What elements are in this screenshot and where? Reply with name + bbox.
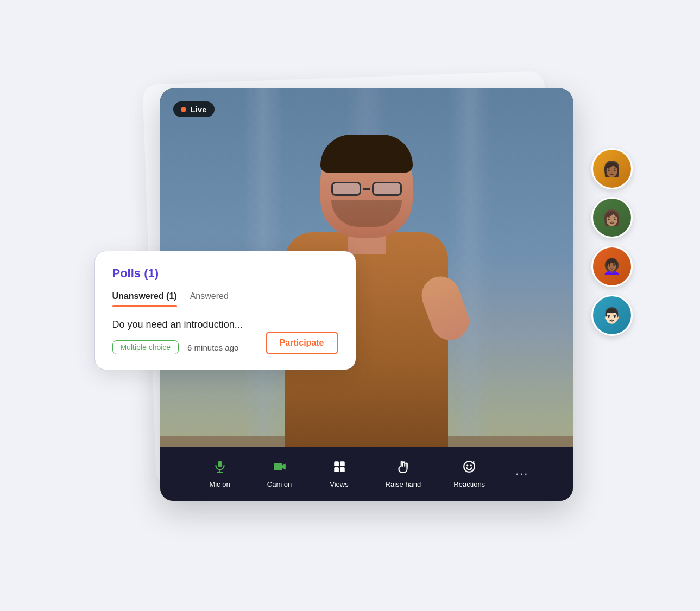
glasses-left [331, 182, 361, 196]
glasses-right [372, 182, 402, 196]
avatar-3[interactable]: 👩🏾‍🦱 [591, 246, 633, 287]
avatar-2[interactable]: 👩🏽 [591, 197, 633, 238]
toolbar-views-button[interactable]: Views [315, 455, 364, 493]
polls-title: Polls (1) [112, 266, 338, 281]
outer-container: Live Mic on [106, 61, 595, 550]
avatar-1[interactable]: 👩🏾 [591, 148, 633, 189]
views-icon [332, 460, 346, 477]
participate-button[interactable]: Participate [266, 332, 338, 354]
mic-icon [213, 460, 227, 477]
svg-rect-4 [334, 461, 339, 466]
raise-hand-label: Raise hand [386, 480, 421, 488]
person-hair [320, 135, 413, 173]
svg-rect-6 [334, 467, 339, 472]
svg-rect-3 [274, 463, 282, 470]
live-label: Live [191, 105, 207, 114]
toolbar-cam-button[interactable]: Cam on [255, 455, 304, 493]
toolbar-mic-button[interactable]: Mic on [196, 455, 244, 493]
glasses-bridge [363, 188, 370, 190]
toolbar-more-button[interactable]: ··· [507, 462, 537, 485]
svg-rect-0 [218, 461, 222, 467]
svg-point-8 [464, 461, 475, 472]
live-dot [181, 107, 186, 112]
reactions-label: Reactions [453, 480, 485, 488]
avatar-4[interactable]: 👨🏻 [591, 295, 633, 336]
person-head [320, 135, 413, 238]
svg-point-10 [470, 464, 472, 466]
toolbar-raise-hand-button[interactable]: Raise hand [375, 455, 432, 493]
tab-unanswered[interactable]: Unanswered (1) [112, 291, 177, 307]
polls-type-badge: Multiple choice [112, 340, 179, 354]
svg-rect-7 [340, 467, 345, 472]
cam-icon [273, 460, 287, 477]
reactions-icon [462, 460, 476, 477]
participants-sidebar: 👩🏾 👩🏽 👩🏾‍🦱 👨🏻 [591, 148, 633, 336]
polls-question: Do you need an introduction... [112, 318, 338, 332]
person-beard [331, 200, 402, 227]
svg-point-9 [466, 464, 468, 466]
person-glasses [331, 181, 402, 197]
polls-tabs: Unanswered (1) Answered [112, 291, 338, 307]
views-label: Views [330, 480, 348, 488]
mic-label: Mic on [209, 480, 230, 488]
svg-rect-5 [340, 461, 345, 466]
cam-label: Cam on [267, 480, 292, 488]
toolbar: Mic on Cam on [160, 447, 573, 501]
raise-hand-icon [396, 460, 410, 477]
polls-card: Polls (1) Unanswered (1) Answered Do you… [95, 251, 356, 370]
tab-answered[interactable]: Answered [190, 291, 229, 307]
more-dots: ··· [515, 467, 528, 481]
live-badge: Live [173, 101, 215, 117]
polls-time: 6 minutes ago [187, 343, 238, 352]
toolbar-reactions-button[interactable]: Reactions [443, 455, 496, 493]
